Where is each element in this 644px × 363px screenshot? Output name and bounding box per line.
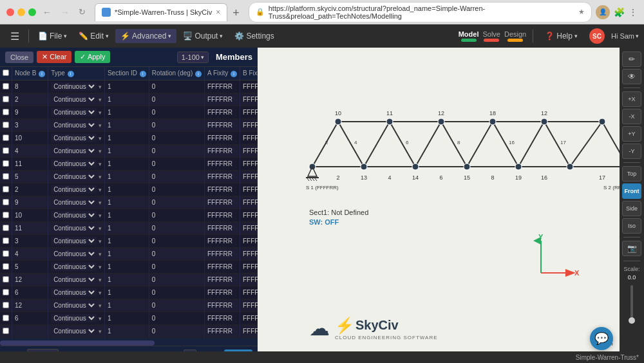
table-row[interactable]: 5 Continuous ▾ 1 0 FFFFRR FFFFRR 0,0,0 <box>0 261 258 274</box>
row-select-19[interactable] <box>0 312 12 325</box>
table-row[interactable]: 11 Continuous ▾ 1 0 FFFFRR FFFFRR 0,0,0 <box>0 158 258 171</box>
cell-type-17[interactable]: Continuous ▾ <box>48 286 105 299</box>
table-row[interactable]: 8 Continuous ▾ 1 0 FFFFRR FFFFRR 0,0,0 <box>0 80 258 93</box>
row-select-1[interactable] <box>0 80 12 93</box>
star-icon[interactable]: ★ <box>578 8 585 16</box>
plus-x-btn[interactable]: +X <box>622 91 641 107</box>
traffic-light-red[interactable] <box>6 8 14 16</box>
row-select-11[interactable] <box>0 209 12 222</box>
cell-type-12[interactable]: Continuous ▾ <box>48 222 105 235</box>
pencil-btn[interactable]: ✏ <box>622 51 641 67</box>
row-select-9[interactable] <box>0 183 12 196</box>
front-btn[interactable]: Front <box>622 183 641 199</box>
cell-type-15[interactable]: Continuous ▾ <box>48 261 105 274</box>
profile-icon[interactable]: 👤 <box>596 5 610 19</box>
row-select-4[interactable] <box>0 119 12 132</box>
table-row[interactable]: 10 Continuous ▾ 1 0 FFFFRR FFFFRR 0,0,0 <box>0 209 258 222</box>
row-select-15[interactable] <box>0 261 12 274</box>
top-btn[interactable]: Top <box>622 166 641 182</box>
nav-back[interactable]: ← <box>40 7 54 17</box>
table-row[interactable]: 5 Continuous ▾ 1 0 FFFFRR FFFFRR 0,0,0 <box>0 171 258 183</box>
hamburger-icon[interactable]: ☰ <box>5 28 24 45</box>
table-row[interactable]: Continuous ▾ 1 0 FFFFRR FFFFRR 0,0,0 <box>0 325 258 338</box>
select-all-checkbox[interactable] <box>3 70 9 76</box>
cell-type-14[interactable]: Continuous ▾ <box>48 248 105 261</box>
cell-type-6[interactable]: Continuous ▾ <box>48 145 105 158</box>
help-btn[interactable]: ❓ Help ▾ <box>540 29 583 43</box>
row-select-8[interactable] <box>0 171 12 183</box>
cell-type-18[interactable]: Continuous ▾ <box>48 299 105 312</box>
side-btn[interactable]: Side <box>622 201 641 216</box>
apply-button[interactable]: ✓ Apply <box>75 51 110 63</box>
table-row[interactable]: 3 Continuous ▾ 1 0 FFFFRR FFFFRR 0,0,0 <box>0 119 258 132</box>
chat-bubble[interactable]: 💬 <box>590 327 613 350</box>
row-select-6[interactable] <box>0 145 12 158</box>
table-row[interactable]: 9 Continuous ▾ 1 0 FFFFRR FFFFRR 0,0,0 <box>0 196 258 209</box>
nav-reload[interactable]: ↻ <box>76 7 88 17</box>
scale-slider[interactable] <box>630 285 633 324</box>
file-menu[interactable]: 📄 File ▾ <box>33 29 72 43</box>
cell-type-1[interactable]: Continuous ▾ <box>48 80 105 93</box>
nav-forward[interactable]: → <box>58 7 72 17</box>
traffic-light-yellow[interactable] <box>17 8 25 16</box>
row-select-20[interactable] <box>0 325 12 338</box>
eye-btn[interactable]: 👁 <box>622 69 641 84</box>
row-select-5[interactable] <box>0 132 12 145</box>
cell-type-5[interactable]: Continuous ▾ <box>48 132 105 145</box>
table-row[interactable]: 6 Continuous ▾ 1 0 FFFFRR FFFFRR 0,0,0 <box>0 312 258 325</box>
more-icon[interactable]: ⋮ <box>629 7 638 17</box>
row-select-2[interactable] <box>0 93 12 106</box>
cell-type-16[interactable]: Continuous ▾ <box>48 274 105 286</box>
row-select-14[interactable] <box>0 248 12 261</box>
design-tab[interactable]: Design <box>504 30 526 42</box>
row-select-13[interactable] <box>0 235 12 248</box>
model-tab[interactable]: Model <box>459 30 479 42</box>
cell-type-2[interactable]: Continuous ▾ <box>48 93 105 106</box>
table-scrollbar[interactable] <box>0 340 258 346</box>
new-tab-button[interactable]: + <box>227 6 245 20</box>
plus-y-btn[interactable]: +Y <box>622 126 641 142</box>
minus-y-btn[interactable]: -Y <box>622 144 641 159</box>
row-select-7[interactable] <box>0 158 12 171</box>
close-button[interactable]: Close <box>5 51 33 63</box>
row-select-3[interactable] <box>0 106 12 119</box>
cell-type-3[interactable]: Continuous ▾ <box>48 106 105 119</box>
row-select-12[interactable] <box>0 222 12 235</box>
cell-type-8[interactable]: Continuous ▾ <box>48 171 105 183</box>
table-container[interactable]: Node B i Type i Section ID i Rotation (d… <box>0 67 258 340</box>
table-row[interactable]: 2 Continuous ▾ 1 0 FFFFRR FFFFRR 0,0,0 <box>0 93 258 106</box>
minus-x-btn[interactable]: -X <box>622 109 641 124</box>
cell-type-7[interactable]: Continuous ▾ <box>48 158 105 171</box>
clear-button[interactable]: ✕ Clear <box>37 51 71 63</box>
cell-type-9[interactable]: Continuous ▾ <box>48 183 105 196</box>
address-bar[interactable]: 🔒 https://platform.skyciv.com/structural… <box>249 2 592 23</box>
table-row[interactable]: 9 Continuous ▾ 1 0 FFFFRR FFFFRR 0,0,0 <box>0 106 258 119</box>
table-row[interactable]: 10 Continuous ▾ 1 0 FFFFRR FFFFRR 0,0,0 <box>0 132 258 145</box>
hi-user[interactable]: Hi Sam ▾ <box>611 32 639 40</box>
table-row[interactable]: 4 Continuous ▾ 1 0 FFFFRR FFFFRR 0,0,0 <box>0 145 258 158</box>
table-row[interactable]: 4 Continuous ▾ 1 0 FFFFRR FFFFRR 0,0,0 <box>0 248 258 261</box>
iso-btn[interactable]: Iso <box>622 218 641 234</box>
cell-type-19[interactable]: Continuous ▾ <box>48 312 105 325</box>
user-avatar[interactable]: SC <box>589 28 605 44</box>
cell-type-13[interactable]: Continuous ▾ <box>48 235 105 248</box>
extensions-icon[interactable]: 🧩 <box>614 7 625 17</box>
cell-type-4[interactable]: Continuous ▾ <box>48 119 105 132</box>
edit-menu[interactable]: ✏️ Edit ▾ <box>73 29 114 43</box>
advanced-menu[interactable]: ⚡ Advanced ▾ <box>115 29 176 43</box>
row-select-16[interactable] <box>0 274 12 286</box>
cell-type-20[interactable]: Continuous ▾ <box>48 325 105 338</box>
table-row[interactable]: 12 Continuous ▾ 1 0 FFFFRR FFFFRR 0,0,0 <box>0 299 258 312</box>
cell-type-10[interactable]: Continuous ▾ <box>48 196 105 209</box>
camera-btn[interactable]: 📷 <box>622 241 641 256</box>
table-row[interactable]: 3 Continuous ▾ 1 0 FFFFRR FFFFRR 0,0,0 <box>0 235 258 248</box>
table-row[interactable]: 12 Continuous ▾ 1 0 FFFFRR FFFFRR 0,0,0 <box>0 274 258 286</box>
table-row[interactable]: 2 Continuous ▾ 1 0 FFFFRR FFFFRR 0,0,0 <box>0 183 258 196</box>
solve-tab[interactable]: Solve <box>482 30 500 42</box>
row-select-18[interactable] <box>0 299 12 312</box>
active-tab[interactable]: *Simple-Warren-Truss | SkyCiv × <box>95 3 227 21</box>
tab-close-icon[interactable]: × <box>216 8 220 17</box>
traffic-light-green[interactable] <box>28 8 36 16</box>
row-select-17[interactable] <box>0 286 12 299</box>
table-row[interactable]: 11 Continuous ▾ 1 0 FFFFRR FFFFRR 0,0,0 <box>0 222 258 235</box>
